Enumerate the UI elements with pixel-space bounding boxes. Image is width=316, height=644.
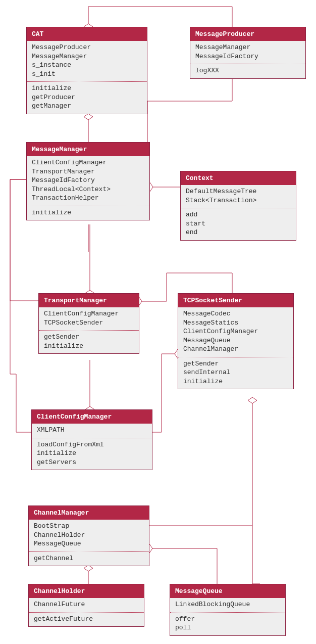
class-transport-manager: TransportManager ClientConfigManager TCP…: [38, 293, 139, 354]
attr: MessageManager: [195, 43, 300, 52]
class-title: MessageQueue: [170, 584, 285, 598]
class-cat: CAT MessageProducer MessageManager s_ins…: [26, 27, 147, 114]
method: start: [186, 219, 291, 228]
class-title: Context: [181, 171, 296, 185]
attributes: XMLPATH: [32, 424, 152, 438]
methods: offer poll: [170, 612, 285, 635]
methods: getActiveFuture: [29, 612, 144, 627]
attributes: MessageManager MessageIdFactory: [190, 41, 305, 64]
attr: ClientConfigManager: [44, 309, 134, 318]
attributes: LinkedBlockingQueue: [170, 598, 285, 612]
class-message-manager: MessageManager ClientConfigManager Trans…: [26, 142, 150, 220]
methods: initialize: [27, 206, 149, 220]
attr: ClientConfigManager: [32, 158, 144, 167]
method: initialize: [183, 377, 288, 386]
class-title: ChannelManager: [29, 506, 149, 520]
class-client-config-manager: ClientConfigManager XMLPATH loadConfigFr…: [31, 409, 152, 470]
class-tcp-socket-sender: TCPSocketSender MessageCodec MessageStat…: [178, 293, 294, 389]
attr: ChannelFuture: [34, 600, 139, 609]
methods: getSender initialize: [39, 330, 139, 353]
method: end: [186, 228, 291, 237]
method: getSender: [44, 333, 134, 342]
methods: getChannel: [29, 551, 149, 566]
method: add: [186, 210, 291, 219]
method: getSender: [183, 359, 288, 369]
method: getActiveFuture: [34, 615, 139, 624]
attributes: ChannelFuture: [29, 598, 144, 612]
method: sendInternal: [183, 368, 288, 377]
class-channel-holder: ChannelHolder ChannelFuture getActiveFut…: [28, 584, 144, 627]
class-title: MessageManager: [27, 143, 149, 156]
attr: XMLPATH: [37, 426, 147, 435]
attributes: MessageCodec MessageStatics ClientConfig…: [178, 307, 293, 357]
class-title: CAT: [27, 27, 147, 41]
class-title: TCPSocketSender: [178, 294, 293, 307]
attr: DefaultMessageTree: [186, 187, 291, 196]
method: initialize: [32, 208, 144, 217]
class-title: MessageProducer: [190, 27, 305, 41]
method: getProducer: [32, 93, 142, 102]
class-message-producer: MessageProducer MessageManager MessageId…: [190, 27, 306, 79]
attr: BootStrap: [34, 522, 144, 531]
attr: MessageIdFactory: [32, 176, 144, 185]
attributes: ClientConfigManager TransportManager Mes…: [27, 156, 149, 206]
methods: loadConfigFromXml initialize getServers: [32, 438, 152, 470]
attr: s_init: [32, 70, 142, 79]
attr: TransactionHelper: [32, 194, 144, 203]
class-context: Context DefaultMessageTree Stack<Transac…: [180, 171, 296, 241]
class-title: ChannelHolder: [29, 584, 144, 598]
class-title: ClientConfigManager: [32, 410, 152, 424]
attr: MessageCodec: [183, 309, 288, 318]
class-channel-manager: ChannelManager BootStrap ChannelHolder M…: [28, 505, 149, 566]
attr: TCPSocketSender: [44, 318, 134, 328]
attr: Stack<Transaction>: [186, 196, 291, 205]
methods: logXXX: [190, 64, 305, 78]
method: loadConfigFromXml: [37, 440, 147, 449]
methods: getSender sendInternal initialize: [178, 357, 293, 389]
attr: TransportManager: [32, 167, 144, 176]
attr: MessageIdFactory: [195, 52, 300, 61]
attr: s_instance: [32, 61, 142, 70]
method: getChannel: [34, 554, 144, 563]
attr: ChannelManager: [183, 345, 288, 354]
method: getManager: [32, 102, 142, 111]
method: poll: [175, 623, 280, 632]
method: logXXX: [195, 66, 300, 75]
method: offer: [175, 615, 280, 624]
method: getServers: [37, 458, 147, 467]
attr: MessageStatics: [183, 318, 288, 328]
attributes: DefaultMessageTree Stack<Transaction>: [181, 185, 296, 208]
attr: ClientConfigManager: [183, 327, 288, 336]
attr: MessageManager: [32, 52, 142, 61]
attributes: ClientConfigManager TCPSocketSender: [39, 307, 139, 330]
attr: MessageQueue: [34, 539, 144, 548]
methods: add start end: [181, 208, 296, 240]
attr: ChannelHolder: [34, 531, 144, 540]
class-message-queue: MessageQueue LinkedBlockingQueue offer p…: [170, 584, 286, 636]
method: initialize: [37, 449, 147, 458]
method: initialize: [32, 84, 142, 93]
attr: MessageQueue: [183, 336, 288, 345]
attr: LinkedBlockingQueue: [175, 600, 280, 609]
methods: initialize getProducer getManager: [27, 81, 147, 114]
attr: ThreadLocal<Context>: [32, 185, 144, 194]
class-title: TransportManager: [39, 294, 139, 307]
attr: MessageProducer: [32, 43, 142, 52]
attributes: BootStrap ChannelHolder MessageQueue: [29, 520, 149, 551]
attributes: MessageProducer MessageManager s_instanc…: [27, 41, 147, 81]
method: initialize: [44, 342, 134, 351]
